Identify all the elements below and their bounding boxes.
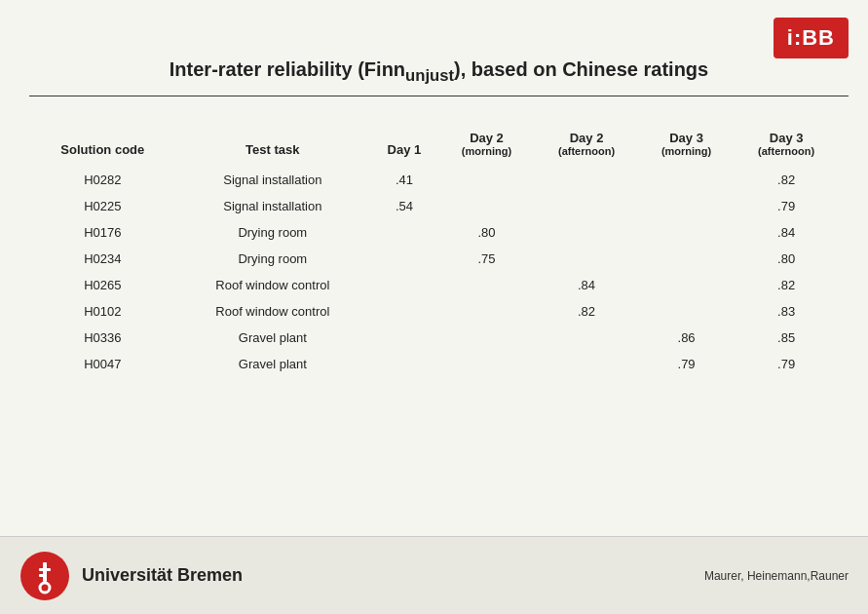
table-cell xyxy=(639,272,734,298)
ibb-logo: i:BB xyxy=(774,18,849,58)
table-cell xyxy=(639,219,734,246)
table-cell: Signal installation xyxy=(176,167,369,193)
table-row: H0265Roof window control.84.82 xyxy=(29,272,839,298)
table-cell: .84 xyxy=(534,272,639,298)
table-cell: H0047 xyxy=(29,351,176,377)
table-cell: .79 xyxy=(734,193,839,219)
table-cell xyxy=(369,298,439,325)
table-row: H0225Signal installation.54.79 xyxy=(29,193,839,219)
col-header-day2-afternoon: Day 2(afternoon) xyxy=(534,127,639,167)
table-cell: H0225 xyxy=(29,193,176,219)
table-cell xyxy=(639,193,734,219)
table-cell xyxy=(439,272,534,298)
university-name: Universität Bremen xyxy=(82,565,243,586)
table-cell: .75 xyxy=(439,246,534,272)
table-cell xyxy=(439,193,534,219)
footer: Universität Bremen Maurer, Heinemann,Rau… xyxy=(0,536,868,614)
table-cell xyxy=(369,219,439,246)
table-cell xyxy=(369,272,439,298)
table-cell xyxy=(534,167,639,193)
table-cell: .82 xyxy=(534,298,639,325)
table-row: H0176Drying room.80.84 xyxy=(29,219,839,246)
table-header-row: Solution code Test task Day 1 Day 2(morn… xyxy=(29,127,839,167)
table-cell: .41 xyxy=(369,167,439,193)
table-cell xyxy=(534,246,639,272)
col-header-test-task: Test task xyxy=(176,127,369,167)
table-cell: .86 xyxy=(639,325,734,351)
table-cell xyxy=(439,351,534,377)
table-cell: H0102 xyxy=(29,298,176,325)
table-cell: H0234 xyxy=(29,246,176,272)
table-cell xyxy=(534,219,639,246)
table-cell xyxy=(639,246,734,272)
table-cell: .82 xyxy=(734,167,839,193)
title-section: Inter-rater reliability (Finnunjust), ba… xyxy=(29,58,849,96)
table-cell: H0282 xyxy=(29,167,176,193)
table-row: H0102Roof window control.82.83 xyxy=(29,298,839,325)
ibb-logo-container: i:BB xyxy=(774,18,849,58)
table-row: H0336Gravel plant.86.85 xyxy=(29,325,839,351)
table-cell xyxy=(369,325,439,351)
table-cell: H0176 xyxy=(29,219,176,246)
table-cell: .83 xyxy=(734,298,839,325)
col-header-day2-morning: Day 2(morning) xyxy=(439,127,534,167)
table-cell xyxy=(534,351,639,377)
table-cell: .82 xyxy=(734,272,839,298)
table-cell: Gravel plant xyxy=(176,351,369,377)
table-cell: .85 xyxy=(734,325,839,351)
table-cell xyxy=(369,351,439,377)
col-header-day1: Day 1 xyxy=(369,127,439,167)
table-cell xyxy=(439,325,534,351)
svg-rect-3 xyxy=(39,574,47,577)
table-row: H0234Drying room.75.80 xyxy=(29,246,839,272)
title-rule xyxy=(29,96,849,96)
table-row: H0282Signal installation.41.82 xyxy=(29,167,839,193)
col-header-day3-morning: Day 3(morning) xyxy=(639,127,734,167)
table-cell: .54 xyxy=(369,193,439,219)
ibb-logo-text: i:BB xyxy=(787,25,835,51)
table-cell xyxy=(639,298,734,325)
data-table-container: Solution code Test task Day 1 Day 2(morn… xyxy=(29,127,839,377)
table-cell xyxy=(534,193,639,219)
table-cell: H0336 xyxy=(29,325,176,351)
table-cell: Signal installation xyxy=(176,193,369,219)
svg-rect-2 xyxy=(39,568,51,571)
table-cell: .80 xyxy=(734,246,839,272)
table-cell xyxy=(639,167,734,193)
reliability-table: Solution code Test task Day 1 Day 2(morn… xyxy=(29,127,839,377)
table-cell xyxy=(439,298,534,325)
university-logo xyxy=(19,551,70,601)
table-cell: Roof window control xyxy=(176,298,369,325)
table-cell: Drying room xyxy=(176,246,369,272)
authors: Maurer, Heinemann,Rauner xyxy=(704,567,849,585)
table-row: H0047Gravel plant.79.79 xyxy=(29,351,839,377)
table-cell: H0265 xyxy=(29,272,176,298)
table-cell: Drying room xyxy=(176,219,369,246)
table-cell: .84 xyxy=(734,219,839,246)
table-cell xyxy=(534,325,639,351)
table-cell xyxy=(439,167,534,193)
table-cell: .80 xyxy=(439,219,534,246)
table-cell: Gravel plant xyxy=(176,325,369,351)
table-cell: .79 xyxy=(639,351,734,377)
col-header-solution-code: Solution code xyxy=(29,127,176,167)
col-header-day3-afternoon: Day 3(afternoon) xyxy=(734,127,839,167)
university-branding: Universität Bremen xyxy=(19,551,243,601)
svg-rect-1 xyxy=(43,562,47,582)
table-cell: .79 xyxy=(734,351,839,377)
table-cell: Roof window control xyxy=(176,272,369,298)
main-title: Inter-rater reliability (Finnunjust), ba… xyxy=(29,58,849,86)
table-cell xyxy=(369,246,439,272)
